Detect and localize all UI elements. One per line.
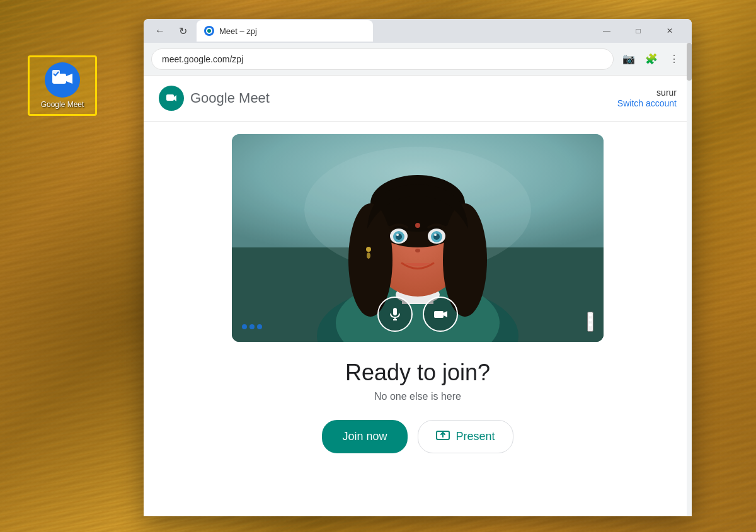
google-meet-svg-icon [50,67,75,93]
meet-content-area: Google Meet surur Switch account [144,76,692,516]
meet-header: Google Meet surur Switch account [144,76,692,122]
dot-2 [249,324,255,329]
camera-toggle-button[interactable] [423,297,458,332]
video-preview [232,134,604,342]
switch-account-link[interactable]: Switch account [617,98,677,108]
meet-logo-icon [159,86,184,111]
more-options-icon: ⋮ [669,53,679,65]
chrome-titlebar: ← ↻ Meet – zpj — □ ✕ [144,19,692,43]
scrollbar-track[interactable] [687,43,692,516]
svg-point-38 [589,324,592,327]
puzzle-icon: 🧩 [645,53,658,65]
svg-point-37 [589,319,592,322]
svg-rect-31 [393,308,397,315]
no-one-here-status: No one else is here [374,391,461,402]
minimize-icon: — [603,26,610,35]
back-button[interactable]: ← [151,22,169,40]
meet-logo-area: Google Meet [159,86,270,111]
scrollbar-thumb[interactable] [687,43,692,81]
maximize-button[interactable]: □ [624,21,653,40]
meet-logo-text: Google Meet [190,90,270,106]
url-text: meet.google.com/zpj [162,54,243,64]
window-controls: — □ ✕ [592,21,684,40]
video-camera-icon: 📷 [622,53,635,65]
svg-point-4 [207,29,211,33]
present-button-label: Present [456,430,495,443]
chrome-addressbar: meet.google.com/zpj 📷 🧩 ⋮ [144,43,692,76]
svg-rect-2 [52,70,60,77]
close-icon: ✕ [667,26,673,35]
minimize-button[interactable]: — [592,21,621,40]
video-controls-bar [232,286,604,342]
mic-icon [387,307,403,322]
favicon-icon [205,27,213,35]
close-button[interactable]: ✕ [655,21,684,40]
ready-to-join-heading: Ready to join? [345,359,490,386]
video-extension-button[interactable]: 📷 [619,49,639,69]
account-name: surur [617,88,677,98]
svg-rect-34 [434,311,444,318]
camera-icon [433,307,448,322]
present-screen-icon [436,429,450,444]
meet-account-info: surur Switch account [617,88,677,109]
refresh-button[interactable]: ↻ [174,22,192,40]
video-more-dots[interactable] [242,324,262,329]
desktop-icon-google-meet[interactable]: Google Meet [28,55,97,116]
chrome-window: ← ↻ Meet – zpj — □ ✕ [144,19,692,516]
maximize-icon: □ [636,26,640,35]
refresh-icon: ↻ [179,25,187,37]
chrome-toolbar: 📷 🧩 ⋮ [619,49,684,69]
dot-3 [257,324,262,329]
tab-favicon [204,26,214,36]
tab-title: Meet – zpj [219,26,365,36]
chrome-menu-button[interactable]: ⋮ [664,49,684,69]
action-buttons-row: Join now Present [322,420,513,453]
mic-toggle-button[interactable] [377,297,413,332]
address-bar[interactable]: meet.google.com/zpj [151,48,614,70]
svg-marker-35 [444,311,447,317]
meet-logo-svg [164,91,179,106]
join-now-button[interactable]: Join now [322,420,407,453]
chrome-tab-active[interactable]: Meet – zpj [197,20,373,42]
meet-body: Ready to join? No one else is here Join … [144,122,692,516]
extensions-button[interactable]: 🧩 [641,49,662,69]
dot-1 [242,324,247,329]
present-upload-icon [436,429,450,441]
vertical-dots-icon [588,313,592,327]
video-options-button[interactable] [587,312,593,332]
svg-marker-1 [66,74,72,84]
back-icon: ← [155,25,165,37]
present-button[interactable]: Present [418,420,513,453]
desktop-icon-label: Google Meet [41,100,84,109]
google-meet-icon-image [45,62,80,98]
svg-point-36 [589,314,592,317]
